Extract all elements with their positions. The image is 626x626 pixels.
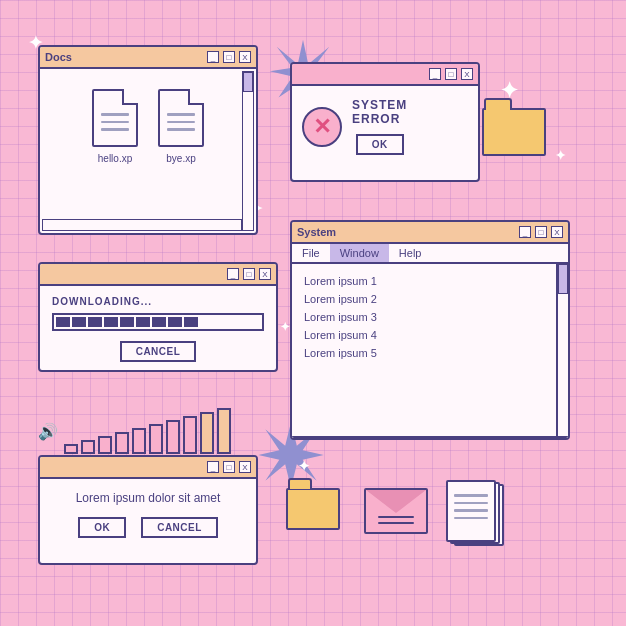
dl-seg bbox=[136, 317, 150, 327]
docs-hscroll[interactable] bbox=[42, 219, 242, 231]
sys-body: Lorem ipsum 1 Lorem ipsum 2 Lorem ipsum … bbox=[292, 264, 568, 436]
file-hello-icon bbox=[92, 89, 138, 147]
dl-cancel-button[interactable]: CANCEL bbox=[120, 341, 197, 362]
dl-maximize-btn[interactable]: □ bbox=[243, 268, 255, 280]
sparkle-6: ✦ bbox=[280, 320, 290, 334]
folder-tab bbox=[288, 478, 312, 489]
doc-line bbox=[101, 121, 129, 124]
file-bye-icon bbox=[158, 89, 204, 147]
dlg-cancel-button[interactable]: CANCEL bbox=[141, 517, 218, 538]
err-body: ✕ SYSTEMERROR OK bbox=[292, 86, 478, 167]
doc-line bbox=[101, 128, 129, 131]
folder-tab bbox=[484, 98, 512, 110]
vol-bar-2[interactable] bbox=[81, 440, 95, 454]
err-text-area: SYSTEMERROR OK bbox=[352, 98, 407, 155]
folder-body bbox=[286, 488, 340, 530]
volume-control: 🔊 bbox=[38, 408, 231, 454]
stacked-line bbox=[454, 517, 488, 520]
vol-bar-10[interactable] bbox=[217, 408, 231, 454]
dialog-window: _ □ X Lorem ipsum dolor sit amet OK CANC… bbox=[38, 455, 258, 565]
dl-seg bbox=[152, 317, 166, 327]
folder-body bbox=[482, 108, 546, 156]
dl-close-btn[interactable]: X bbox=[259, 268, 271, 280]
env-body bbox=[364, 488, 428, 534]
dl-seg bbox=[104, 317, 118, 327]
dl-titlebar: _ □ X bbox=[40, 264, 276, 286]
sparkle-5: ✦ bbox=[555, 148, 566, 163]
dlg-maximize-btn[interactable]: □ bbox=[223, 461, 235, 473]
sys-titlebar: System _ □ X bbox=[292, 222, 568, 244]
doc-line bbox=[167, 121, 195, 124]
folder-icon-bottom[interactable] bbox=[286, 488, 340, 530]
sys-maximize-btn[interactable]: □ bbox=[535, 226, 547, 238]
sys-minimize-btn[interactable]: _ bbox=[519, 226, 531, 238]
dl-cancel-row: CANCEL bbox=[52, 341, 264, 362]
sys-menu-file[interactable]: File bbox=[292, 244, 330, 262]
docs-maximize-btn[interactable]: □ bbox=[223, 51, 235, 63]
file-hello-label: hello.xp bbox=[98, 153, 132, 164]
dlg-text: Lorem ipsum dolor sit amet bbox=[76, 491, 221, 505]
docs-titlebar: Docs _ □ X bbox=[40, 47, 256, 69]
file-bye: bye.xp bbox=[158, 89, 204, 164]
envelope-icon[interactable] bbox=[364, 488, 428, 534]
download-window: _ □ X DOWNLOADING... CANCEL bbox=[38, 262, 278, 372]
vol-bar-5[interactable] bbox=[132, 428, 146, 454]
env-lines bbox=[378, 516, 414, 524]
err-titlebar: _ □ X bbox=[292, 64, 478, 86]
list-item[interactable]: Lorem ipsum 2 bbox=[304, 290, 544, 308]
dl-label: DOWNLOADING... bbox=[52, 296, 264, 307]
env-line bbox=[378, 522, 414, 524]
list-item[interactable]: Lorem ipsum 3 bbox=[304, 308, 544, 326]
volume-icon: 🔊 bbox=[38, 422, 58, 441]
stacked-line bbox=[454, 509, 488, 512]
dlg-minimize-btn[interactable]: _ bbox=[207, 461, 219, 473]
stacked-doc-front bbox=[446, 480, 496, 542]
list-item[interactable]: Lorem ipsum 4 bbox=[304, 326, 544, 344]
sys-vscroll[interactable] bbox=[556, 264, 568, 436]
sparkle-3: ✦ bbox=[298, 458, 310, 474]
docs-body: hello.xp bye.xp bbox=[40, 69, 256, 174]
doc-line bbox=[167, 113, 195, 116]
error-window: _ □ X ✕ SYSTEMERROR OK bbox=[290, 62, 480, 182]
dl-body: DOWNLOADING... CANCEL bbox=[40, 286, 276, 372]
sys-menu-window[interactable]: Window bbox=[330, 244, 389, 262]
file-bye-label: bye.xp bbox=[166, 153, 195, 164]
dlg-ok-button[interactable]: OK bbox=[78, 517, 126, 538]
docs-close-btn[interactable]: X bbox=[239, 51, 251, 63]
dl-seg bbox=[184, 317, 198, 327]
list-item[interactable]: Lorem ipsum 5 bbox=[304, 344, 544, 362]
vol-bar-7[interactable] bbox=[166, 420, 180, 454]
dl-bar-inner bbox=[54, 315, 262, 329]
docs-title: Docs bbox=[45, 51, 203, 63]
vol-bar-8[interactable] bbox=[183, 416, 197, 454]
vol-bar-9[interactable] bbox=[200, 412, 214, 454]
docs-scrollbar[interactable] bbox=[242, 71, 254, 231]
list-item[interactable]: Lorem ipsum 1 bbox=[304, 272, 544, 290]
env-line bbox=[378, 516, 414, 518]
env-flap bbox=[366, 490, 426, 532]
err-ok-button[interactable]: OK bbox=[356, 134, 404, 155]
dl-progress-bar bbox=[52, 313, 264, 331]
docs-minimize-btn[interactable]: _ bbox=[207, 51, 219, 63]
sys-vscroll-thumb bbox=[558, 264, 568, 294]
dl-seg bbox=[168, 317, 182, 327]
err-maximize-btn[interactable]: □ bbox=[445, 68, 457, 80]
volume-bars[interactable] bbox=[64, 408, 231, 454]
vol-bar-1[interactable] bbox=[64, 444, 78, 454]
vol-bar-4[interactable] bbox=[115, 432, 129, 454]
error-x-icon: ✕ bbox=[302, 107, 342, 147]
sys-menubar: File Window Help bbox=[292, 244, 568, 264]
vol-bar-6[interactable] bbox=[149, 424, 163, 454]
dl-minimize-btn[interactable]: _ bbox=[227, 268, 239, 280]
err-close-btn[interactable]: X bbox=[461, 68, 473, 80]
err-minimize-btn[interactable]: _ bbox=[429, 68, 441, 80]
doc-line bbox=[101, 113, 129, 116]
sys-menu-help[interactable]: Help bbox=[389, 244, 432, 262]
vol-bar-3[interactable] bbox=[98, 436, 112, 454]
sys-hscroll[interactable] bbox=[292, 436, 568, 440]
dl-seg bbox=[56, 317, 70, 327]
sys-close-btn[interactable]: X bbox=[551, 226, 563, 238]
dlg-close-btn[interactable]: X bbox=[239, 461, 251, 473]
folder-icon-top[interactable] bbox=[482, 108, 546, 156]
dlg-buttons: OK CANCEL bbox=[78, 517, 218, 538]
